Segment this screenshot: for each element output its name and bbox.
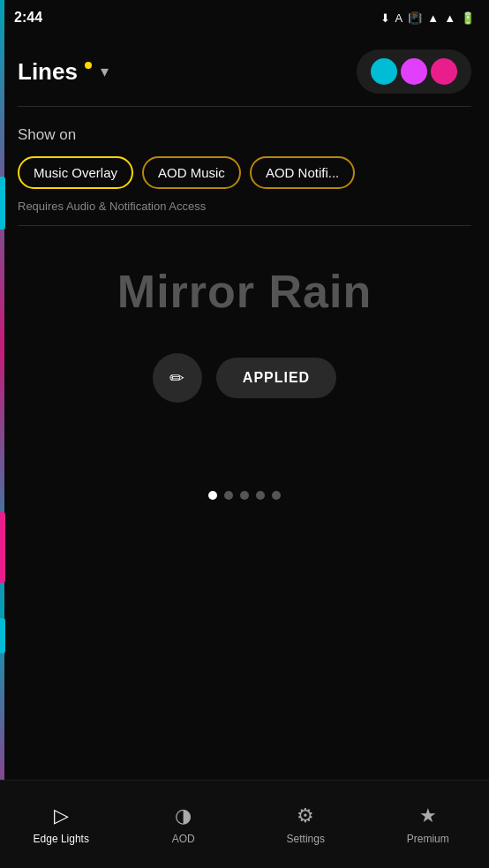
show-on-chips: Music Overlay AOD Music AOD Notifi... [18,156,471,189]
pagination-dot-2 [224,491,233,500]
text-icon: A [395,11,403,25]
show-on-label: Show on [18,126,471,144]
pagination-dot-3 [240,491,249,500]
show-on-section: Show on Music Overlay AOD Music AOD Noti… [0,110,489,222]
nav-item-premium[interactable]: ★ Premium [367,804,490,845]
wifi-icon: ▲ [427,11,439,25]
battery-icon: 🔋 [461,11,475,25]
edit-button[interactable]: ✏ [153,353,202,403]
theme-name: Mirror Rain [117,265,372,318]
header: Lines ▾ [0,35,489,102]
nav-item-settings[interactable]: ⚙ Settings [244,804,367,845]
pagination-dot-1 [208,491,217,500]
header-left[interactable]: Lines ▾ [18,58,109,86]
edge-lights-icon: ▷ [54,804,69,827]
premium-icon: ★ [419,804,437,827]
settings-label: Settings [287,833,325,845]
pagination-dot-5 [272,491,281,500]
color-circle-purple [401,58,427,85]
color-circles-container[interactable] [357,49,471,94]
pagination [0,491,489,500]
vibrate-icon: 📳 [408,11,422,25]
status-icons: ⬇ A 📳 ▲ ▲ 🔋 [380,11,475,25]
aod-icon: ◑ [175,804,192,827]
header-dot [85,62,92,69]
aod-label: AOD [172,833,195,845]
bottom-nav: ▷ Edge Lights ◑ AOD ⚙ Settings ★ Premium [0,780,489,868]
edge-lights-label: Edge Lights [34,833,89,845]
signal-icon: ▲ [444,11,455,25]
chip-aod-music[interactable]: AOD Music [142,156,241,189]
nav-item-aod[interactable]: ◑ AOD [123,804,245,845]
content-divider [18,225,471,226]
requires-text: Requires Audio & Notification Access [18,200,471,213]
color-circle-pink [431,58,457,85]
color-circle-cyan [371,58,397,85]
pagination-dot-4 [256,491,265,500]
status-time: 2:44 [14,10,42,26]
applied-button[interactable]: APPLIED [216,358,336,398]
download-icon: ⬇ [380,11,390,25]
preview-area: Mirror Rain ✏ APPLIED [0,230,489,438]
premium-label: Premium [407,833,449,845]
settings-icon: ⚙ [297,804,314,827]
chip-aod-notifi[interactable]: AOD Notifi... [250,156,355,189]
chevron-down-icon[interactable]: ▾ [101,62,109,81]
edit-icon: ✏ [169,367,184,389]
edge-left-bar-top [0,177,5,230]
edge-left-bar-mid [0,512,5,583]
chip-music-overlay[interactable]: Music Overlay [18,156,133,189]
header-divider [18,106,471,107]
action-buttons: ✏ APPLIED [153,353,336,403]
nav-item-edge-lights[interactable]: ▷ Edge Lights [0,804,123,845]
status-bar: 2:44 ⬇ A 📳 ▲ ▲ 🔋 [0,0,489,35]
header-title: Lines [18,58,78,86]
edge-left-bar-bottom [0,618,5,653]
